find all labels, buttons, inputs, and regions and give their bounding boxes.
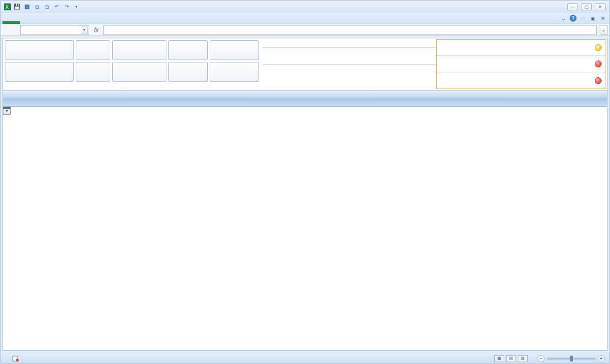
help-icon[interactable]: ? bbox=[569, 14, 577, 22]
grid-body[interactable]: ▾ bbox=[3, 107, 607, 350]
name-box-dropdown-icon[interactable]: ▾ bbox=[81, 27, 88, 33]
help-button[interactable] bbox=[210, 62, 259, 82]
insert-date-button[interactable] bbox=[168, 62, 208, 82]
view-normal-button[interactable]: ▦ bbox=[494, 355, 504, 362]
toggle-filter-button[interactable] bbox=[112, 62, 166, 82]
fx-icon[interactable]: fx bbox=[94, 27, 98, 33]
view-page-layout-button[interactable]: ▤ bbox=[506, 355, 516, 362]
tab-review[interactable] bbox=[89, 21, 103, 24]
app-window: X 💾 ⧉ ⧉ ↶ ↷ ▾ — ▢ ✕ ⌄ ? bbox=[0, 0, 610, 364]
clear-rec-button[interactable] bbox=[76, 62, 110, 82]
insert-row-button[interactable] bbox=[168, 40, 208, 60]
undo-icon[interactable]: ↶ bbox=[53, 3, 61, 11]
view-page-break-button[interactable]: ▥ bbox=[518, 355, 528, 362]
formula-bar-row: ▾ fx ⌄ bbox=[0, 24, 610, 36]
accounts-summary-button[interactable] bbox=[210, 40, 259, 60]
formula-bar-expand-icon[interactable]: ⌄ bbox=[600, 25, 608, 35]
qat-icon-3[interactable]: ⧉ bbox=[43, 3, 51, 11]
qat-icon-1[interactable] bbox=[23, 3, 31, 11]
delete-empty-button[interactable] bbox=[112, 40, 166, 60]
copyright-label bbox=[263, 78, 436, 79]
maximize-button[interactable]: ▢ bbox=[581, 3, 592, 10]
tab-developer[interactable] bbox=[117, 21, 130, 24]
ribbon-right-controls: ⌄ ? — ▣ ✕ bbox=[559, 14, 607, 22]
info-column bbox=[263, 39, 436, 89]
total-cleared-light bbox=[591, 77, 606, 84]
register-balance-light bbox=[591, 61, 606, 68]
tab-formulas[interactable] bbox=[62, 21, 75, 24]
totals-box bbox=[436, 39, 606, 89]
excel-logo-icon: X bbox=[3, 3, 11, 11]
svg-point-4 bbox=[16, 359, 19, 362]
workbook-minimize-icon[interactable]: — bbox=[579, 14, 587, 22]
cell-dropdown-list[interactable] bbox=[3, 107, 10, 109]
tab-page-layout[interactable] bbox=[48, 21, 62, 24]
status-bar: ▦ ▤ ▥ − + bbox=[0, 353, 610, 364]
close-button[interactable]: ✕ bbox=[595, 3, 606, 10]
sheet-content: ▾ bbox=[2, 38, 608, 351]
macro-buttons bbox=[4, 39, 260, 89]
name-box[interactable]: ▾ bbox=[20, 25, 89, 35]
total-outstanding-light bbox=[591, 44, 606, 52]
tab-home[interactable] bbox=[20, 21, 34, 24]
ribbon-tabs: ⌄ ? — ▣ ✕ bbox=[0, 13, 610, 24]
minimize-button[interactable]: — bbox=[567, 3, 578, 10]
tab-view[interactable] bbox=[103, 21, 117, 24]
dropdown-option-r[interactable] bbox=[3, 107, 9, 108]
account-register-label bbox=[263, 47, 436, 48]
zoom-out-button[interactable]: − bbox=[538, 355, 545, 362]
zoom-slider[interactable] bbox=[546, 358, 596, 360]
workbook-restore-icon[interactable]: ▣ bbox=[589, 14, 597, 22]
rec-button[interactable] bbox=[76, 40, 110, 60]
qat-dropdown-icon[interactable]: ▾ bbox=[72, 3, 80, 11]
top-section bbox=[3, 38, 607, 90]
grid-header bbox=[3, 90, 607, 107]
redo-icon[interactable]: ↷ bbox=[63, 3, 70, 11]
titlebar: X 💾 ⧉ ⧉ ↶ ↷ ▾ — ▢ ✕ bbox=[0, 0, 610, 13]
macro-record-icon[interactable] bbox=[12, 355, 19, 362]
quick-access-toolbar: X 💾 ⧉ ⧉ ↶ ↷ ▾ bbox=[0, 3, 80, 11]
qat-icon-2[interactable]: ⧉ bbox=[33, 3, 41, 11]
sort-by-date-button[interactable] bbox=[5, 40, 74, 60]
ribbon-minimize-icon[interactable]: ⌄ bbox=[559, 14, 567, 22]
account-name-label bbox=[263, 64, 436, 65]
zoom-in-button[interactable]: + bbox=[598, 355, 605, 362]
save-icon[interactable]: 💾 bbox=[13, 3, 21, 11]
tab-data[interactable] bbox=[75, 21, 89, 24]
file-tab[interactable] bbox=[2, 21, 20, 24]
zoom-slider-thumb[interactable] bbox=[570, 356, 573, 362]
tab-insert[interactable] bbox=[34, 21, 48, 24]
new-transaction-button[interactable] bbox=[5, 62, 74, 82]
svg-text:X: X bbox=[5, 4, 9, 10]
formula-bar[interactable] bbox=[103, 25, 597, 35]
workbook-close-icon[interactable]: ✕ bbox=[599, 14, 607, 22]
window-controls: — ▢ ✕ bbox=[567, 3, 610, 10]
svg-rect-2 bbox=[25, 5, 29, 9]
